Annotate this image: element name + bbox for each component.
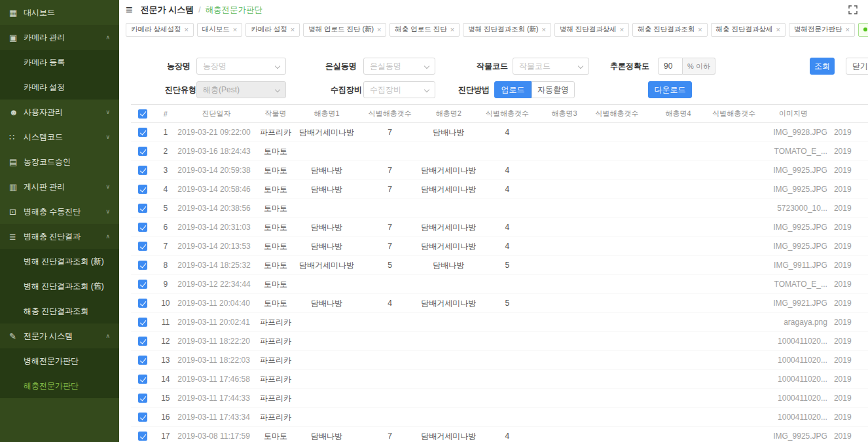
sidebar-item-3[interactable]: 카메라 등록 xyxy=(0,50,119,75)
cell: 2019-03-11 17:43:34 xyxy=(176,408,257,427)
close-icon[interactable]: × xyxy=(845,26,849,33)
tab-10[interactable]: 병해전문가판단× xyxy=(789,23,855,37)
sidebar-item-16[interactable]: 해충전문가판단 xyxy=(0,373,119,398)
search-button[interactable]: 조회 xyxy=(810,58,835,75)
close-icon[interactable]: × xyxy=(184,26,188,33)
sidebar-item-14[interactable]: ✎전문가 시스템∧ xyxy=(0,323,119,348)
row-checkbox[interactable] xyxy=(138,242,147,251)
table-row: 42019-03-14 20:58:46토마토담배나방7담배거세미나방4IMG_… xyxy=(131,180,868,199)
board-management-icon: ▥ xyxy=(9,182,24,192)
cell xyxy=(644,180,713,199)
cell xyxy=(421,142,476,161)
crop-code-select[interactable]: 작물코드 xyxy=(513,58,589,75)
row-checkbox[interactable] xyxy=(138,394,147,403)
sidebar-item-4[interactable]: 카메라 설정 xyxy=(0,75,119,100)
row-checkbox-cell xyxy=(131,256,154,275)
cell: 2019-03-14 20:59:38 xyxy=(176,161,257,180)
menu-toggle-icon[interactable]: ≡ xyxy=(126,4,133,16)
row-checkbox[interactable] xyxy=(138,375,147,384)
select-all-checkbox[interactable] xyxy=(138,109,147,119)
close-icon[interactable]: × xyxy=(233,26,237,33)
row-checkbox[interactable] xyxy=(138,261,147,270)
sidebar-item-10[interactable]: ≣병해충 진단결과∧ xyxy=(0,224,119,249)
row-checkbox[interactable] xyxy=(138,299,147,308)
diagnosis-type-select[interactable]: 해충(Pest) xyxy=(196,81,286,98)
close-icon[interactable]: × xyxy=(776,26,780,33)
close-icon[interactable]: × xyxy=(620,26,624,33)
tab-2[interactable]: 대시보드× xyxy=(197,23,242,37)
cell xyxy=(539,389,590,408)
dashboard-icon: ▦ xyxy=(9,8,24,18)
tab-label: 카메라 상세설정 xyxy=(131,25,181,34)
tab-3[interactable]: 카메라 설정× xyxy=(245,23,300,37)
close-icon[interactable]: × xyxy=(541,26,545,33)
sidebar-item-13[interactable]: 해충 진단결과조회 xyxy=(0,299,119,323)
row-checkbox[interactable] xyxy=(138,166,147,175)
cell xyxy=(359,313,421,332)
sidebar-item-12[interactable]: 병해 진단결과조회 (舊) xyxy=(0,274,119,299)
method-auto-button[interactable]: 자동촬영 xyxy=(532,81,575,98)
sidebar-item-1[interactable]: ▦대시보드 xyxy=(0,0,119,25)
sidebar-item-5[interactable]: ☻사용자관리∨ xyxy=(0,100,119,124)
table-row: 62019-03-14 20:31:03토마토담배나방7담배거세미나방4IMG_… xyxy=(131,218,868,237)
sidebar-item-2[interactable]: ▣카메라 관리∧ xyxy=(0,25,119,50)
cell: 1000411020... xyxy=(755,332,831,351)
cell: 2019-03-16 18:24:43 xyxy=(176,142,257,161)
row-checkbox[interactable] xyxy=(138,147,147,156)
sidebar-item-7[interactable]: ▤농장코드승인 xyxy=(0,149,119,174)
sidebar-item-6[interactable]: ∷시스템코드∨ xyxy=(0,124,119,149)
row-checkbox[interactable] xyxy=(138,356,147,365)
table-row: 52019-03-14 20:38:56토마토5723000_10...2019 xyxy=(131,199,868,218)
accuracy-input[interactable] xyxy=(658,58,683,75)
cell xyxy=(295,408,359,427)
cell xyxy=(295,199,359,218)
farm-select[interactable]: 농장명 xyxy=(196,58,286,75)
cell: 담배거세미나방 xyxy=(421,218,476,237)
download-button[interactable]: 다운로드 xyxy=(648,81,692,98)
tab-5[interactable]: 해충 업로드 진단× xyxy=(389,23,460,37)
close-icon[interactable]: × xyxy=(450,26,454,33)
close-button[interactable]: 닫기 xyxy=(846,58,868,75)
row-checkbox[interactable] xyxy=(138,413,147,422)
greenhouse-select[interactable]: 온실동명 xyxy=(363,58,435,75)
tab-11[interactable]: 해충전문가판단× xyxy=(858,23,868,37)
method-upload-button[interactable]: 업로드 xyxy=(494,81,532,98)
row-checkbox[interactable] xyxy=(138,128,147,137)
tab-1[interactable]: 카메라 상세설정× xyxy=(126,23,194,37)
row-checkbox[interactable] xyxy=(138,204,147,213)
row-checkbox[interactable] xyxy=(138,337,147,346)
manual-diagnosis-icon: ⊡ xyxy=(9,207,24,217)
fullscreen-icon[interactable] xyxy=(848,5,858,14)
sidebar-item-11[interactable]: 병해 진단결과조회 (新) xyxy=(0,249,119,274)
row-checkbox[interactable] xyxy=(138,223,147,232)
cell xyxy=(421,351,476,370)
row-checkbox[interactable] xyxy=(138,318,147,327)
cell xyxy=(712,256,755,275)
tab-6[interactable]: 병해 진단결과조회 (新)× xyxy=(463,23,551,37)
tab-4[interactable]: 병해 업로드 진단 (新)× xyxy=(303,23,386,37)
sidebar-item-9[interactable]: ⊡병해충 수동진단∨ xyxy=(0,199,119,224)
sidebar-item-label: 병해충 진단결과 xyxy=(24,231,103,242)
close-icon[interactable]: × xyxy=(698,26,702,33)
tab-9[interactable]: 해충 진단결과상세× xyxy=(711,23,786,37)
row-checkbox[interactable] xyxy=(138,185,147,194)
sidebar-item-8[interactable]: ▥게시판 관리∨ xyxy=(0,174,119,199)
tab-8[interactable]: 해충 진단결과조회× xyxy=(632,23,707,37)
cell: 7 xyxy=(359,180,421,199)
close-icon[interactable]: × xyxy=(291,26,295,33)
device-select[interactable]: 수집장비 xyxy=(363,81,435,98)
method-label: 진단방법 xyxy=(458,81,490,98)
cell xyxy=(590,294,643,313)
table-row: 112019-03-11 20:02:41파프리카aragaya.png2019 xyxy=(131,313,868,332)
sidebar-item-15[interactable]: 병해전문가판단 xyxy=(0,348,119,373)
close-icon[interactable]: × xyxy=(377,26,381,33)
cell xyxy=(539,180,590,199)
row-checkbox[interactable] xyxy=(138,280,147,289)
cell xyxy=(590,427,643,442)
cell: 1000411020... xyxy=(755,408,831,427)
row-checkbox[interactable] xyxy=(138,432,147,441)
camera-icon: ▣ xyxy=(9,33,24,43)
tab-7[interactable]: 병해 진단결과상세× xyxy=(554,23,629,37)
cell xyxy=(539,332,590,351)
cell: 담배나방 xyxy=(421,123,476,142)
